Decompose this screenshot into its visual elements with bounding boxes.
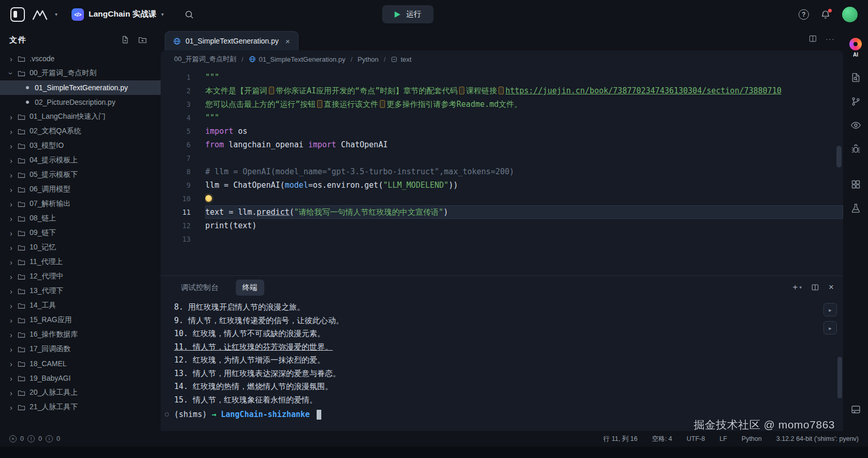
code-line[interactable]: 9llm = ChatOpenAI(model=os.environ.get("… xyxy=(161,178,843,192)
split-panel-button[interactable] xyxy=(811,283,819,292)
terminal[interactable]: 8. 用红玫瑰开启情人节的浪漫之旅。9. 情人节，红玫瑰传递爱的信号，让彼此心动… xyxy=(161,299,843,431)
close-panel-button[interactable]: × xyxy=(829,282,834,293)
folder-item[interactable]: ›05_提示模板下 xyxy=(0,168,161,182)
indentation[interactable]: 空格: 4 xyxy=(652,435,672,443)
split-editor-button[interactable] xyxy=(808,34,817,43)
code-line[interactable]: 11text = llm.predict("请给我写一句情人节红玫瑰的中文宣传语… xyxy=(161,205,843,219)
tab-terminal[interactable]: 终端 xyxy=(236,280,264,296)
extensions-button[interactable] xyxy=(846,175,865,193)
language-mode[interactable]: Python xyxy=(742,435,762,443)
folder-item[interactable]: ›02_文档QA系统 xyxy=(0,124,161,138)
code-token: "LLM_MODELEND" xyxy=(383,181,448,190)
code-line[interactable]: 5import os xyxy=(161,124,843,138)
folder-icon xyxy=(18,128,25,135)
code-token: text = llm. xyxy=(205,207,257,217)
tree-item-label: 00_开篇词_奇点时刻 xyxy=(30,68,96,78)
terminal-action-button[interactable] xyxy=(823,303,837,316)
terminal-line: 14. 红玫瑰的热情，燃烧情人节的浪漫氛围。 xyxy=(174,380,843,394)
code-line[interactable]: 10 xyxy=(161,192,843,205)
search-button[interactable] xyxy=(184,9,194,20)
globe-icon xyxy=(249,55,256,63)
new-folder-button[interactable] xyxy=(138,35,147,45)
folder-item[interactable]: ›.vscode xyxy=(0,51,161,66)
folder-item[interactable]: ›09_链下 xyxy=(0,226,161,240)
terminal-action-button[interactable] xyxy=(823,321,837,335)
preview-button[interactable] xyxy=(846,116,865,134)
tree-item-label: 08_链上 xyxy=(30,214,56,223)
eol-selector[interactable]: LF xyxy=(719,435,727,443)
tab-debug-console[interactable]: 调试控制台 xyxy=(174,280,225,296)
folder-item[interactable]: ›15_RAG应用 xyxy=(0,313,161,327)
encoding[interactable]: UTF-8 xyxy=(687,435,705,443)
folder-item[interactable]: ›18_CAMEL xyxy=(0,356,161,371)
code-line[interactable]: 13 xyxy=(161,232,843,246)
code-line[interactable]: 3您可以点击最上方的“运行”按钮直接运行该文件更多操作指引请参考Readme.m… xyxy=(161,98,843,111)
code-line[interactable]: 6from langchain_openai import ChatOpenAI xyxy=(161,138,843,151)
user-avatar[interactable] xyxy=(842,7,858,22)
breadcrumb-item[interactable]: Python xyxy=(358,55,378,63)
folder-item[interactable]: ›17_回调函数 xyxy=(0,342,161,356)
workspace-switcher[interactable]: </> LangChain 实战课 ▾ xyxy=(72,8,164,21)
folder-item[interactable]: ›16_操作数据库 xyxy=(0,327,161,342)
folder-item[interactable]: ›01_LangChain快速入门 xyxy=(0,109,161,124)
file-item[interactable]: 01_SimpleTextGeneration.py xyxy=(0,80,161,95)
folder-item[interactable]: ›20_人脉工具上 xyxy=(0,385,161,400)
more-actions-button[interactable]: ··· xyxy=(826,34,835,43)
code-line[interactable]: 2本文件是【开篇词带你亲证AI应用开发的“奇点”时刻】章节的配套代码课程链接ht… xyxy=(161,84,843,98)
lightbulb-icon xyxy=(205,195,212,202)
code-token: 带你亲证AI应用开发的“奇点”时刻】章节的配套代码 xyxy=(276,86,458,95)
folder-item[interactable]: ›12_代理中 xyxy=(0,269,161,284)
breadcrumb-item[interactable]: 00_开篇词_奇点时刻 xyxy=(174,54,236,64)
new-file-button[interactable] xyxy=(121,35,130,45)
cursor-position[interactable]: 行 11, 列 16 xyxy=(603,435,637,443)
folder-icon xyxy=(18,374,25,382)
code-line[interactable]: 7 xyxy=(161,151,843,165)
tests-button[interactable] xyxy=(846,199,865,217)
code-line[interactable]: 1""" xyxy=(161,71,843,84)
folder-item[interactable]: ›21_人脉工具下 xyxy=(0,400,161,414)
file-explorer: 文件 ›.vscode›00_开篇词_奇点时刻01_SimpleTextGene… xyxy=(0,29,161,431)
folder-item[interactable]: ›03_模型IO xyxy=(0,138,161,153)
folder-item[interactable]: ›00_开篇词_奇点时刻 xyxy=(0,66,161,80)
folder-item[interactable]: ›06_调用模型 xyxy=(0,182,161,197)
file-item[interactable]: 02_PictureDescription.py xyxy=(0,95,161,109)
editor-tab[interactable]: 01_SimpleTextGeneration.py × xyxy=(165,31,298,50)
terminal-scrollbar[interactable] xyxy=(837,357,842,398)
folder-item[interactable]: ›04_提示模板上 xyxy=(0,153,161,168)
debug-button[interactable] xyxy=(846,140,865,158)
run-button[interactable]: 运行 xyxy=(382,5,434,23)
brand-mountain-logo[interactable] xyxy=(32,9,48,20)
folder-item[interactable]: ›13_代理下 xyxy=(0,284,161,298)
source-control-button[interactable] xyxy=(846,92,865,110)
tree-item-label: 02_PictureDescription.py xyxy=(35,98,116,106)
folder-icon xyxy=(18,258,25,266)
folder-item[interactable]: ›07_解析输出 xyxy=(0,197,161,211)
code-line[interactable]: 8# llm = OpenAI(model_name="gpt-3.5-turb… xyxy=(161,165,843,178)
code-token: 课程链接 xyxy=(466,86,497,95)
ai-assistant-button[interactable]: AI xyxy=(846,35,865,61)
notifications-button[interactable] xyxy=(820,9,831,20)
breadcrumb-item[interactable]: 01_SimpleTextGeneration.py xyxy=(249,55,346,63)
close-tab-icon[interactable]: × xyxy=(286,37,290,46)
folder-item[interactable]: ›11_代理上 xyxy=(0,255,161,269)
course-link: https://juejin.cn/book/73877023474361303… xyxy=(505,86,781,95)
code-line[interactable]: 12print(text) xyxy=(161,219,843,232)
new-terminal-button[interactable]: +▾ xyxy=(793,282,802,293)
help-button[interactable] xyxy=(799,9,809,20)
folder-item[interactable]: ›10_记忆 xyxy=(0,240,161,255)
python-interpreter[interactable]: 3.12.2 64-bit ('shims': pyenv) xyxy=(776,435,859,443)
chevron-icon: › xyxy=(7,272,15,281)
folder-item[interactable]: ›08_链上 xyxy=(0,211,161,226)
panel-toggle-button[interactable] xyxy=(846,400,865,419)
folder-item[interactable]: ›14_工具 xyxy=(0,298,161,313)
chevron-down-icon[interactable]: ▾ xyxy=(55,12,58,17)
code-line[interactable]: 4""" xyxy=(161,111,843,124)
folder-item[interactable]: ›19_BabyAGI xyxy=(0,371,161,385)
code-editor[interactable]: 1"""2本文件是【开篇词带你亲证AI应用开发的“奇点”时刻】章节的配套代码课程… xyxy=(161,68,843,275)
editor-scrollbar[interactable] xyxy=(836,146,842,168)
app-logo[interactable] xyxy=(10,7,25,22)
breadcrumb-item[interactable]: text xyxy=(391,55,411,63)
file-search-button[interactable] xyxy=(846,68,865,87)
code-token: """ xyxy=(205,73,219,82)
problems-indicator[interactable]: 0 0 0 xyxy=(9,435,60,442)
